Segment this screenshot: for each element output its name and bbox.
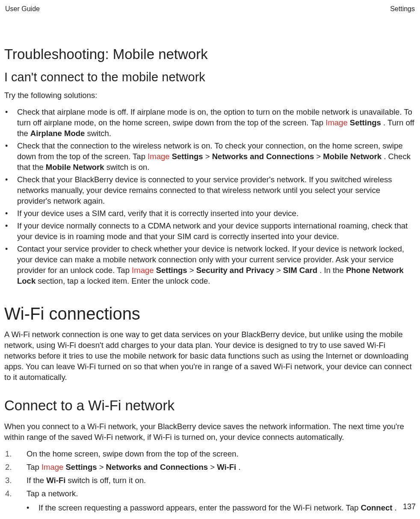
- bold-text: Mobile Network: [46, 163, 104, 172]
- body-text: switch.: [87, 129, 111, 138]
- settings-icon: Image: [325, 118, 347, 127]
- subheading-cant-connect: I can't connect to the mobile network: [4, 70, 416, 84]
- settings-icon: Image: [132, 266, 154, 275]
- bold-text: Security and Privacy: [196, 266, 274, 275]
- body-text: >: [276, 266, 283, 275]
- step-number: 3.: [5, 475, 12, 486]
- body-text: >: [205, 152, 212, 161]
- bold-text: Connect: [361, 503, 392, 512]
- bold-text: Networks and Connections: [106, 463, 208, 472]
- body-text: >: [210, 463, 217, 472]
- bold-text: Wi-Fi: [46, 476, 65, 485]
- step-item: 1. On the home screen, swipe down from t…: [4, 449, 416, 460]
- bold-text: Settings: [156, 266, 187, 275]
- body-text: >: [316, 152, 323, 161]
- intro-text: Try the following solutions:: [4, 90, 416, 101]
- connect-wifi-paragraph: When you connect to a Wi-Fi network, you…: [4, 421, 416, 443]
- bullet-item: Check that the connection to the wireles…: [4, 141, 416, 173]
- body-text: On the home screen, swipe down from the …: [27, 449, 239, 458]
- body-text: switch is on.: [106, 163, 150, 172]
- heading-troubleshooting: Troubleshooting: Mobile network: [4, 46, 416, 62]
- body-text: section, tap a locked item. Enter the un…: [38, 276, 210, 285]
- step-item: 4. Tap a network. If the screen requesti…: [4, 489, 416, 513]
- page-header: User Guide Settings: [4, 5, 416, 13]
- body-text: .: [238, 463, 240, 472]
- bold-text: Mobile Network: [323, 152, 382, 161]
- step-number: 2.: [5, 462, 12, 473]
- bold-text: SIM Card: [283, 266, 317, 275]
- heading-wifi-connections: Wi-Fi connections: [4, 304, 416, 323]
- connect-wifi-steps: 1. On the home screen, swipe down from t…: [4, 449, 416, 513]
- body-text: . In the: [319, 266, 346, 275]
- page-number: 137: [403, 502, 416, 511]
- bold-text: Wi-Fi: [217, 463, 236, 472]
- step-number: 1.: [5, 449, 12, 460]
- substep-list: If the screen requesting a password appe…: [27, 503, 416, 513]
- header-left: User Guide: [5, 5, 40, 13]
- settings-icon: Image: [41, 463, 63, 472]
- bold-text: Settings: [172, 152, 203, 161]
- bold-text: Settings: [66, 463, 97, 472]
- bullet-item: Check that your BlackBerry device is con…: [4, 175, 416, 207]
- bullet-item: If your device normally connects to a CD…: [4, 221, 416, 242]
- body-text: Tap a network.: [27, 489, 78, 498]
- body-text: >: [189, 266, 196, 275]
- step-item: 2. Tap Image Settings > Networks and Con…: [4, 462, 416, 473]
- body-text: If the screen requesting a password appe…: [38, 503, 361, 512]
- bullet-item: If your device uses a SIM card, verify t…: [4, 208, 416, 219]
- body-text: >: [99, 463, 106, 472]
- bullet-item: Contact your service provider to check w…: [4, 244, 416, 287]
- wifi-intro-paragraph: A Wi-Fi network connection is one way to…: [4, 329, 416, 383]
- step-item: 3. If the Wi-Fi switch is off, turn it o…: [4, 475, 416, 486]
- body-text: Tap: [27, 463, 41, 472]
- body-text: .: [395, 503, 397, 512]
- bold-text: Airplane Mode: [30, 129, 85, 138]
- bullet-item: Check that airplane mode is off. If airp…: [4, 107, 416, 139]
- heading-connect-wifi: Connect to a Wi-Fi network: [4, 397, 416, 414]
- body-text: switch is off, turn it on.: [68, 476, 146, 485]
- header-right: Settings: [390, 5, 415, 13]
- body-text: If the: [27, 476, 46, 485]
- step-number: 4.: [5, 489, 12, 499]
- bold-text: Networks and Connections: [212, 152, 314, 161]
- troubleshoot-bullets: Check that airplane mode is off. If airp…: [4, 107, 416, 287]
- settings-icon: Image: [148, 152, 169, 161]
- bold-text: Settings: [350, 118, 381, 127]
- substep-item: If the screen requesting a password appe…: [27, 503, 416, 513]
